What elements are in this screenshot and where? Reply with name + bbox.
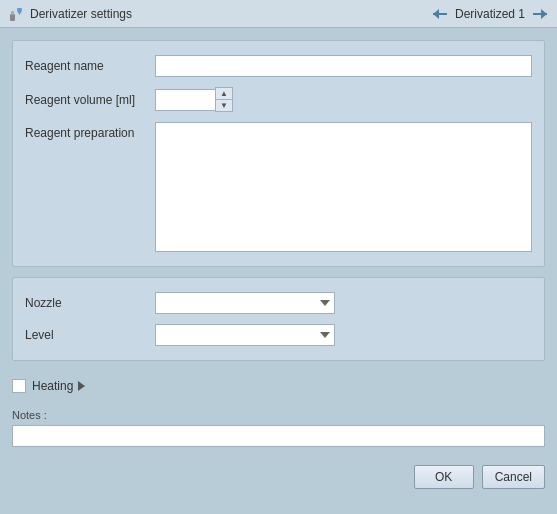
heating-section: Heating [12,371,545,393]
level-select[interactable] [155,324,335,346]
svg-rect-5 [433,13,447,15]
volume-spinners: ▲ ▼ [215,87,233,112]
level-label: Level [25,328,155,342]
svg-rect-0 [10,14,15,21]
volume-up-button[interactable]: ▲ [216,88,232,99]
nozzle-label: Nozzle [25,296,155,310]
reagent-volume-label: Reagent volume [ml] [25,93,155,107]
reagent-volume-input[interactable] [155,89,215,111]
next-arrow[interactable] [531,6,549,22]
reagent-name-label: Reagent name [25,59,155,73]
title-right: Derivatized 1 [431,6,549,22]
ok-button[interactable]: OK [414,465,474,489]
svg-marker-3 [17,11,22,15]
title-left: Derivatizer settings [8,6,132,22]
notes-section: Notes : [0,405,557,457]
nozzle-row: Nozzle [25,292,532,314]
reagent-prep-textarea[interactable] [155,122,532,252]
volume-wrapper: ▲ ▼ [155,87,233,112]
derivatizer-icon [8,6,24,22]
nozzle-select[interactable] [155,292,335,314]
reagent-prep-label: Reagent preparation [25,122,155,140]
level-row: Level [25,324,532,346]
notes-label: Notes : [12,409,545,421]
svg-rect-7 [533,13,547,15]
heating-label: Heating [32,379,73,393]
svg-rect-2 [17,8,22,11]
reagent-prep-row: Reagent preparation [25,122,532,252]
derivatized-label: Derivatized 1 [455,7,525,21]
heating-checkbox[interactable] [12,379,26,393]
reagent-volume-row: Reagent volume [ml] ▲ ▼ [25,87,532,112]
title-text: Derivatizer settings [30,7,132,21]
heating-expand-arrow[interactable] [78,381,85,391]
cancel-button[interactable]: Cancel [482,465,545,489]
svg-rect-1 [11,11,14,15]
reagent-name-row: Reagent name [25,55,532,77]
nozzle-level-section: Nozzle Level [12,277,545,361]
reagent-section: Reagent name Reagent volume [ml] ▲ ▼ Rea… [12,40,545,267]
bottom-bar: OK Cancel [0,459,557,495]
volume-down-button[interactable]: ▼ [216,100,232,111]
heating-label-wrapper: Heating [32,379,85,393]
main-content: Reagent name Reagent volume [ml] ▲ ▼ Rea… [0,28,557,405]
notes-input[interactable] [12,425,545,447]
reagent-name-input[interactable] [155,55,532,77]
prev-arrow[interactable] [431,6,449,22]
title-bar: Derivatizer settings Derivatized 1 [0,0,557,28]
